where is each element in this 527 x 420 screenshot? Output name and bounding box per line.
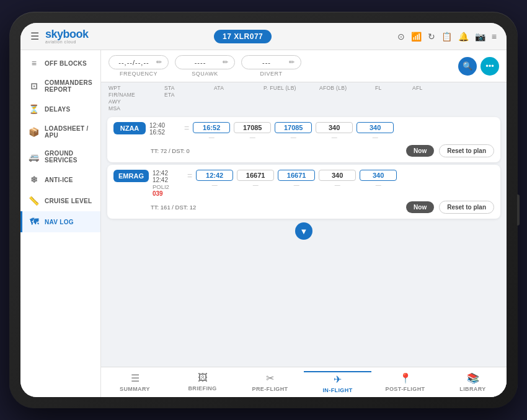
top-bar-left: ☰ skybook aviation cloud (30, 28, 89, 44)
off-blocks-icon: ≡ (29, 58, 40, 68)
th-afl: AFL (412, 85, 462, 112)
nav-library[interactable]: 📚 LIBRARY (439, 371, 507, 395)
more-button[interactable]: ••• (480, 57, 499, 76)
content-area: --,--/--,-- ✏ FREQUENCY ---- ✏ SQUAWK (101, 50, 507, 397)
emrag-reset-button[interactable]: Reset to plan (439, 201, 494, 214)
emrag-red: 039 (153, 190, 184, 197)
pre-flight-label: PRE-FLIGHT (252, 386, 288, 392)
sidebar-item-delays[interactable]: ⏳ DELAYS (20, 98, 100, 120)
divert-group: --- ✏ DIVERT (241, 55, 301, 77)
emrag-afl-input[interactable]: 340 (360, 170, 397, 181)
tablet: ☰ skybook aviation cloud 17 XLR077 ⊙ 📶 ↻… (9, 12, 518, 408)
library-label: LIBRARY (459, 386, 485, 392)
nzaa-ata-cell: 16:52 — (193, 122, 230, 141)
sidebar-item-ground-services[interactable]: 🚐 GROUND SERVICES (20, 144, 100, 169)
briefing-label: BRIEFING (188, 385, 216, 392)
refresh-icon[interactable]: ↻ (428, 32, 435, 42)
camera-icon[interactable]: 📷 (475, 32, 485, 42)
emrag-now-button[interactable]: Now (406, 201, 434, 213)
main-layout: ≡ OFF BLOCKS ⊡ COMMANDERS REPORT ⏳ DELAY… (20, 50, 507, 397)
nzaa-equals: = (184, 122, 189, 133)
nzaa-afob-cell: 17085 — (275, 122, 312, 141)
post-flight-label: POST-FLIGHT (386, 386, 425, 392)
emrag-fl-sub: — (319, 182, 356, 188)
search-button[interactable]: 🔍 (458, 57, 477, 76)
emrag-pfuel-cell: 16671 — (237, 170, 274, 188)
nzaa-pfuel-input[interactable]: 17085 (234, 122, 271, 133)
library-icon: 📚 (467, 372, 479, 384)
sidebar-item-loadsheet[interactable]: 📦 LOADSHEET / APU (20, 120, 100, 144)
tablet-screen: ☰ skybook aviation cloud 17 XLR077 ⊙ 📶 ↻… (20, 23, 507, 397)
pre-flight-icon: ✂ (266, 372, 274, 384)
nav-in-flight[interactable]: ✈ IN-FLIGHT (304, 371, 371, 395)
emrag-ata-input[interactable]: 12:42 (196, 170, 233, 181)
emrag-afl-cell: 340 — (360, 170, 397, 188)
hamburger-icon[interactable]: ☰ (30, 30, 39, 42)
squawk-edit-icon[interactable]: ✏ (223, 58, 228, 66)
anti-ice-icon: ❄ (29, 175, 40, 185)
nav-summary[interactable]: ☰ SUMMARY (101, 371, 169, 395)
sidebar-item-commanders-report[interactable]: ⊡ COMMANDERS REPORT (20, 74, 100, 98)
sidebar-item-off-blocks[interactable]: ≡ OFF BLOCKS (20, 53, 100, 74)
toolbar-actions: 🔍 ••• (458, 57, 499, 76)
nzaa-pfuel-cell: 17085 — (234, 122, 271, 141)
post-flight-icon: 📍 (399, 372, 412, 384)
sidebar: ≡ OFF BLOCKS ⊡ COMMANDERS REPORT ⏳ DELAY… (20, 50, 101, 397)
ground-services-icon: 🚐 (29, 152, 40, 162)
sidebar-label-cruise-level: CRUISE LEVEL (45, 198, 92, 204)
emrag-afob-input[interactable]: 16671 (278, 170, 315, 181)
sidebar-label-loadsheet: LOADSHEET / APU (45, 125, 94, 139)
scroll-area[interactable]: NZAA 12:40 16:52 = 16:52 — (101, 115, 507, 367)
nav-pre-flight[interactable]: ✂ PRE-FLIGHT (236, 371, 304, 395)
commanders-report-icon: ⊡ (29, 81, 40, 91)
frequency-edit-icon[interactable]: ✏ (156, 58, 162, 66)
emrag-afob-sub: — (278, 182, 315, 188)
squawk-group: ---- ✏ SQUAWK (175, 55, 235, 77)
sidebar-item-anti-ice[interactable]: ❄ ANTI-ICE (20, 169, 100, 190)
emrag-tt: TT: 161 / DST: 12 (151, 204, 196, 211)
nav-briefing[interactable]: 🖼 BRIEFING (169, 371, 236, 395)
emrag-subtext: POLI2 (153, 183, 184, 190)
nzaa-afob-input[interactable]: 17085 (275, 122, 312, 133)
settings-icon[interactable]: ≡ (492, 32, 497, 42)
toolbar: --,--/--,-- ✏ FREQUENCY ---- ✏ SQUAWK (101, 50, 507, 82)
emrag-fl-cell: 340 — (319, 170, 356, 188)
nzaa-fl-cell: 340 — (316, 122, 353, 141)
entry-emrag-row: EMRAG 12:42 12:42 POLI2 039 = 12:42 (113, 170, 494, 197)
nzaa-afob-sub: — (275, 134, 312, 141)
bell-icon[interactable]: 🔔 (458, 32, 469, 42)
nzaa-ata-sub: — (193, 134, 230, 141)
sidebar-item-cruise-level[interactable]: 📏 CRUISE LEVEL (20, 190, 100, 211)
emrag-afl-sub: — (360, 182, 397, 188)
emrag-footer: TT: 161 / DST: 12 Now Reset to plan (113, 201, 494, 214)
nzaa-now-button[interactable]: Now (406, 145, 434, 157)
nzaa-afl-input[interactable]: 340 (356, 122, 394, 133)
emrag-fl-input[interactable]: 340 (319, 170, 356, 181)
nzaa-eta: 16:52 (149, 129, 180, 136)
loadsheet-icon: 📦 (29, 127, 40, 137)
sidebar-item-nav-log[interactable]: 🗺 NAV LOG (20, 211, 100, 232)
frequency-pill[interactable]: --,--/--,-- ✏ (108, 55, 169, 69)
th-sta: STAETA (164, 85, 214, 112)
emrag-eta: 12:42 (153, 177, 184, 183)
emrag-sta: 12:42 (153, 170, 184, 177)
summary-icon: ☰ (131, 372, 140, 384)
divert-pill[interactable]: --- ✏ (241, 55, 301, 69)
wpt-emrag: EMRAG (113, 170, 149, 182)
th-afob: AFOB (lb) (319, 85, 375, 112)
summary-label: SUMMARY (120, 386, 150, 392)
nzaa-reset-button[interactable]: Reset to plan (439, 144, 494, 157)
clipboard-icon: 📋 (441, 32, 452, 42)
cruise-level-icon: 📏 (29, 196, 40, 206)
nav-post-flight[interactable]: 📍 POST-FLIGHT (371, 371, 439, 395)
nzaa-fl-input[interactable]: 340 (316, 122, 353, 133)
expand-button[interactable]: ▼ (295, 222, 312, 240)
nzaa-ata-input[interactable]: 16:52 (193, 122, 230, 133)
squawk-pill[interactable]: ---- ✏ (175, 55, 235, 69)
emrag-pfuel-input[interactable]: 16671 (237, 170, 274, 181)
nzaa-afl-cell: 340 — (356, 122, 394, 141)
divert-edit-icon[interactable]: ✏ (289, 58, 294, 66)
th-ata: ATA (214, 85, 264, 112)
sidebar-label-nav-log: NAV LOG (45, 219, 74, 225)
sidebar-label-anti-ice: ANTI-ICE (45, 177, 73, 183)
